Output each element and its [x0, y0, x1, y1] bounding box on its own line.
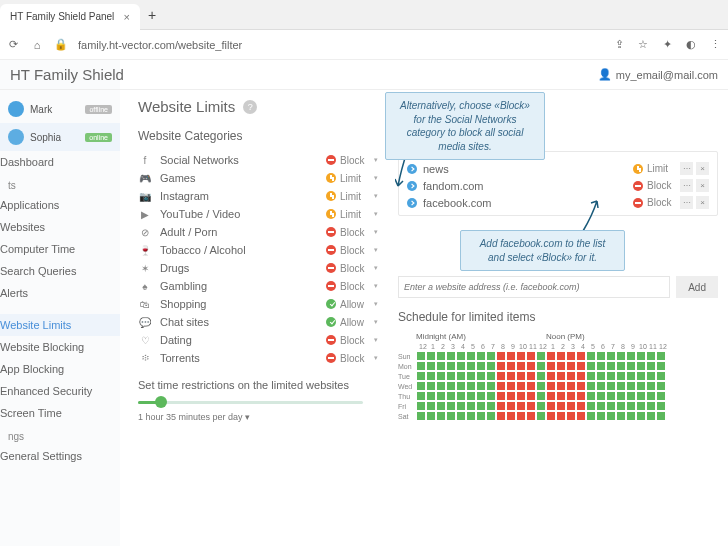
- remove-button[interactable]: ×: [696, 196, 709, 209]
- schedule-cell[interactable]: [646, 371, 656, 381]
- browser-tab[interactable]: HT Family Shield Panel ×: [0, 4, 140, 30]
- schedule-cell[interactable]: [506, 391, 516, 401]
- schedule-cell[interactable]: [656, 401, 666, 411]
- schedule-cell[interactable]: [616, 351, 626, 361]
- close-icon[interactable]: ×: [124, 11, 130, 23]
- schedule-cell[interactable]: [636, 391, 646, 401]
- schedule-cell[interactable]: [546, 391, 556, 401]
- schedule-cell[interactable]: [546, 371, 556, 381]
- schedule-cell[interactable]: [456, 371, 466, 381]
- schedule-cell[interactable]: [536, 351, 546, 361]
- schedule-cell[interactable]: [536, 371, 546, 381]
- schedule-cell[interactable]: [426, 361, 436, 371]
- action-dropdown[interactable]: Allow: [340, 317, 370, 328]
- schedule-cell[interactable]: [446, 411, 456, 421]
- schedule-cell[interactable]: [446, 381, 456, 391]
- schedule-cell[interactable]: [576, 361, 586, 371]
- schedule-cell[interactable]: [656, 381, 666, 391]
- schedule-cell[interactable]: [416, 391, 426, 401]
- schedule-cell[interactable]: [486, 351, 496, 361]
- schedule-cell[interactable]: [446, 361, 456, 371]
- schedule-cell[interactable]: [516, 371, 526, 381]
- url-field[interactable]: family.ht-vector.com/website_filter: [78, 39, 338, 51]
- schedule-cell[interactable]: [456, 391, 466, 401]
- schedule-cell[interactable]: [416, 411, 426, 421]
- schedule-cell[interactable]: [636, 401, 646, 411]
- nav-app-blocking[interactable]: App Blocking: [0, 358, 120, 380]
- schedule-cell[interactable]: [416, 401, 426, 411]
- schedule-cell[interactable]: [486, 391, 496, 401]
- schedule-cell[interactable]: [536, 381, 546, 391]
- schedule-cell[interactable]: [486, 411, 496, 421]
- chevron-down-icon[interactable]: ▾: [374, 174, 378, 182]
- star-icon[interactable]: ☆: [636, 38, 650, 52]
- schedule-cell[interactable]: [496, 411, 506, 421]
- new-tab-button[interactable]: +: [148, 7, 156, 23]
- schedule-cell[interactable]: [436, 371, 446, 381]
- schedule-cell[interactable]: [556, 381, 566, 391]
- schedule-cell[interactable]: [486, 371, 496, 381]
- schedule-cell[interactable]: [626, 351, 636, 361]
- reload-icon[interactable]: ⟳: [6, 38, 20, 52]
- schedule-cell[interactable]: [546, 401, 556, 411]
- schedule-cell[interactable]: [606, 371, 616, 381]
- schedule-cell[interactable]: [476, 361, 486, 371]
- schedule-cell[interactable]: [606, 401, 616, 411]
- schedule-cell[interactable]: [456, 381, 466, 391]
- schedule-cell[interactable]: [526, 411, 536, 421]
- schedule-cell[interactable]: [516, 381, 526, 391]
- schedule-cell[interactable]: [596, 371, 606, 381]
- schedule-cell[interactable]: [426, 351, 436, 361]
- schedule-cell[interactable]: [506, 351, 516, 361]
- schedule-cell[interactable]: [516, 351, 526, 361]
- schedule-cell[interactable]: [646, 381, 656, 391]
- chevron-down-icon[interactable]: ▾: [374, 336, 378, 344]
- schedule-cell[interactable]: [586, 351, 596, 361]
- schedule-cell[interactable]: [656, 371, 666, 381]
- schedule-cell[interactable]: [596, 391, 606, 401]
- schedule-cell[interactable]: [626, 361, 636, 371]
- action-dropdown[interactable]: Allow: [340, 299, 370, 310]
- schedule-cell[interactable]: [546, 351, 556, 361]
- schedule-cell[interactable]: [436, 361, 446, 371]
- schedule-cell[interactable]: [436, 381, 446, 391]
- schedule-cell[interactable]: [566, 361, 576, 371]
- schedule-cell[interactable]: [416, 351, 426, 361]
- schedule-cell[interactable]: [486, 361, 496, 371]
- slider-value[interactable]: 1 hour 35 minutes per day ▾: [138, 412, 378, 422]
- schedule-cell[interactable]: [496, 391, 506, 401]
- extensions-icon[interactable]: ✦: [660, 38, 674, 52]
- schedule-cell[interactable]: [566, 371, 576, 381]
- nav-enhanced-security[interactable]: Enhanced Security: [0, 380, 120, 402]
- schedule-cell[interactable]: [426, 411, 436, 421]
- schedule-cell[interactable]: [506, 401, 516, 411]
- schedule-cell[interactable]: [446, 371, 456, 381]
- schedule-cell[interactable]: [656, 351, 666, 361]
- schedule-cell[interactable]: [596, 411, 606, 421]
- schedule-cell[interactable]: [546, 381, 556, 391]
- schedule-cell[interactable]: [626, 391, 636, 401]
- schedule-cell[interactable]: [496, 351, 506, 361]
- schedule-cell[interactable]: [476, 381, 486, 391]
- schedule-cell[interactable]: [576, 381, 586, 391]
- schedule-cell[interactable]: [436, 401, 446, 411]
- schedule-cell[interactable]: [466, 361, 476, 371]
- action-dropdown[interactable]: Block: [340, 263, 370, 274]
- schedule-cell[interactable]: [566, 351, 576, 361]
- schedule-cell[interactable]: [496, 381, 506, 391]
- schedule-cell[interactable]: [596, 351, 606, 361]
- schedule-cell[interactable]: [636, 371, 646, 381]
- schedule-cell[interactable]: [536, 361, 546, 371]
- schedule-cell[interactable]: [526, 401, 536, 411]
- schedule-cell[interactable]: [476, 391, 486, 401]
- chevron-down-icon[interactable]: ▾: [374, 210, 378, 218]
- schedule-cell[interactable]: [656, 391, 666, 401]
- schedule-cell[interactable]: [586, 391, 596, 401]
- schedule-cell[interactable]: [416, 381, 426, 391]
- schedule-cell[interactable]: [596, 381, 606, 391]
- schedule-cell[interactable]: [586, 411, 596, 421]
- schedule-cell[interactable]: [526, 381, 536, 391]
- schedule-cell[interactable]: [536, 411, 546, 421]
- schedule-cell[interactable]: [606, 391, 616, 401]
- schedule-cell[interactable]: [576, 371, 586, 381]
